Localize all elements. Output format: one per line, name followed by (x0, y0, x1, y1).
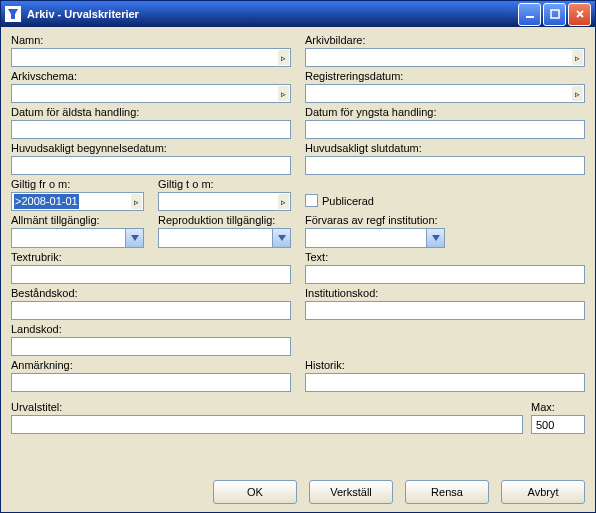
forvaras-combo[interactable] (305, 228, 445, 248)
label-institutionskod: Institutionskod: (305, 286, 585, 300)
close-button[interactable] (568, 3, 591, 26)
landskod-field[interactable] (11, 337, 291, 356)
allmant-combo[interactable] (11, 228, 144, 248)
label-reproduktion: Reproduktion tillgänglig: (158, 213, 291, 227)
bestandskod-field[interactable] (11, 301, 291, 320)
rensa-button[interactable]: Rensa (405, 480, 489, 504)
spacer-label (305, 177, 585, 191)
label-max: Max: (531, 400, 585, 414)
label-text: Text: (305, 250, 585, 264)
chevron-down-icon[interactable] (426, 229, 444, 247)
label-allmant: Allmänt tillgänglig: (11, 213, 144, 227)
max-field[interactable] (531, 415, 585, 434)
form-content: Namn: ▹ Arkivbildare: ▹ Arkivschema: ▹ R… (1, 27, 595, 474)
namn-field[interactable]: ▹ (11, 48, 291, 67)
arkivschema-field[interactable]: ▹ (11, 84, 291, 103)
label-landskod: Landskod: (11, 322, 291, 336)
giltigfrom-value: >2008-01-01 (14, 194, 79, 209)
arkivbildare-field[interactable]: ▹ (305, 48, 585, 67)
text-field[interactable] (305, 265, 585, 284)
publicerad-label: Publicerad (322, 195, 374, 207)
picker-icon[interactable]: ▹ (278, 194, 289, 209)
publicerad-checkbox[interactable]: Publicerad (305, 194, 585, 207)
maximize-button[interactable] (543, 3, 566, 26)
label-anmarkning: Anmärkning: (11, 358, 291, 372)
picker-icon[interactable]: ▹ (278, 50, 289, 65)
label-arkivbildare: Arkivbildare: (305, 33, 585, 47)
label-slutdatum: Huvudsakligt slutdatum: (305, 141, 585, 155)
anmarkning-field[interactable] (11, 373, 291, 392)
label-namn: Namn: (11, 33, 291, 47)
label-giltigtom: Giltig t o m: (158, 177, 291, 191)
giltigfrom-field[interactable]: >2008-01-01 ▹ (11, 192, 144, 211)
window-buttons (518, 3, 591, 26)
button-bar: OK Verkställ Rensa Avbryt (1, 474, 595, 512)
picker-icon[interactable]: ▹ (278, 86, 289, 101)
verkstall-button[interactable]: Verkställ (309, 480, 393, 504)
urvalstitel-field[interactable] (11, 415, 523, 434)
slutdatum-field[interactable] (305, 156, 585, 175)
label-yngsta: Datum för yngsta handling: (305, 105, 585, 119)
chevron-down-icon[interactable] (272, 229, 290, 247)
label-urvalstitel: Urvalstitel: (11, 400, 523, 414)
textrubrik-field[interactable] (11, 265, 291, 284)
registreringsdatum-field[interactable]: ▹ (305, 84, 585, 103)
titlebar: Arkiv - Urvalskriterier (1, 1, 595, 27)
window-title: Arkiv - Urvalskriterier (27, 8, 518, 20)
yngsta-field[interactable] (305, 120, 585, 139)
reproduktion-combo[interactable] (158, 228, 291, 248)
picker-icon[interactable]: ▹ (572, 50, 583, 65)
label-textrubrik: Textrubrik: (11, 250, 291, 264)
ok-button[interactable]: OK (213, 480, 297, 504)
label-historik: Historik: (305, 358, 585, 372)
label-arkivschema: Arkivschema: (11, 69, 291, 83)
checkbox-box[interactable] (305, 194, 318, 207)
label-giltigfrom: Giltig fr o m: (11, 177, 144, 191)
aldsta-field[interactable] (11, 120, 291, 139)
label-begynnelse: Huvudsakligt begynnelsedatum: (11, 141, 291, 155)
chevron-down-icon[interactable] (125, 229, 143, 247)
label-aldsta: Datum för äldsta handling: (11, 105, 291, 119)
minimize-button[interactable] (518, 3, 541, 26)
svg-rect-0 (526, 16, 534, 18)
label-bestandskod: Beståndskod: (11, 286, 291, 300)
label-registreringsdatum: Registreringsdatum: (305, 69, 585, 83)
svg-rect-1 (551, 10, 559, 18)
historik-field[interactable] (305, 373, 585, 392)
begynnelse-field[interactable] (11, 156, 291, 175)
avbryt-button[interactable]: Avbryt (501, 480, 585, 504)
label-forvaras: Förvaras av regf institution: (305, 213, 445, 227)
giltigtom-field[interactable]: ▹ (158, 192, 291, 211)
picker-icon[interactable]: ▹ (572, 86, 583, 101)
picker-icon[interactable]: ▹ (131, 194, 142, 209)
institutionskod-field[interactable] (305, 301, 585, 320)
app-icon (5, 6, 21, 22)
window: Arkiv - Urvalskriterier Namn: ▹ Arkivbil… (0, 0, 596, 513)
